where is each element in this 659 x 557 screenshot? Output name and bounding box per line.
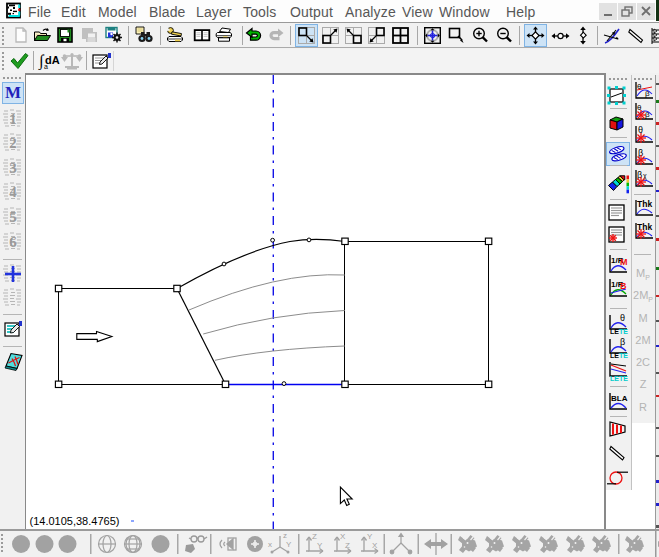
svg-text:6: 6 xyxy=(9,234,17,250)
svg-text:Y: Y xyxy=(286,540,292,549)
svg-text:3: 3 xyxy=(9,160,17,176)
svg-text:θ: θ xyxy=(620,313,625,323)
svg-text:(14.0105,38.4765): (14.0105,38.4765) xyxy=(30,515,120,527)
svg-text:Y: Y xyxy=(317,541,323,550)
svg-text:x: x xyxy=(268,540,272,549)
svg-text:TE: TE xyxy=(619,375,628,382)
svg-text:M: M xyxy=(620,257,628,267)
svg-text:1: 1 xyxy=(9,111,17,127)
svg-text:X: X xyxy=(340,532,346,541)
svg-text:LE: LE xyxy=(610,375,619,382)
svg-text:B: B xyxy=(620,281,627,291)
svg-text:z: z xyxy=(283,531,287,540)
svg-text:X: X xyxy=(372,541,378,550)
svg-text:2: 2 xyxy=(9,135,17,151)
svg-text:TE: TE xyxy=(619,328,628,335)
svg-text:Thk: Thk xyxy=(637,199,652,209)
svg-text:5: 5 xyxy=(9,209,17,225)
svg-text:TE: TE xyxy=(619,352,628,359)
svg-text:Thk: Thk xyxy=(637,222,652,232)
svg-text:a: a xyxy=(44,63,48,70)
svg-text:Z: Z xyxy=(312,532,317,541)
svg-text:BLA: BLA xyxy=(611,394,628,403)
svg-text:Y: Y xyxy=(367,532,373,541)
svg-text:LE: LE xyxy=(610,352,619,359)
svg-text:β: β xyxy=(620,337,625,347)
svg-text:Z: Z xyxy=(345,541,350,550)
svg-text:LE: LE xyxy=(610,328,619,335)
svg-text:4: 4 xyxy=(9,184,17,200)
